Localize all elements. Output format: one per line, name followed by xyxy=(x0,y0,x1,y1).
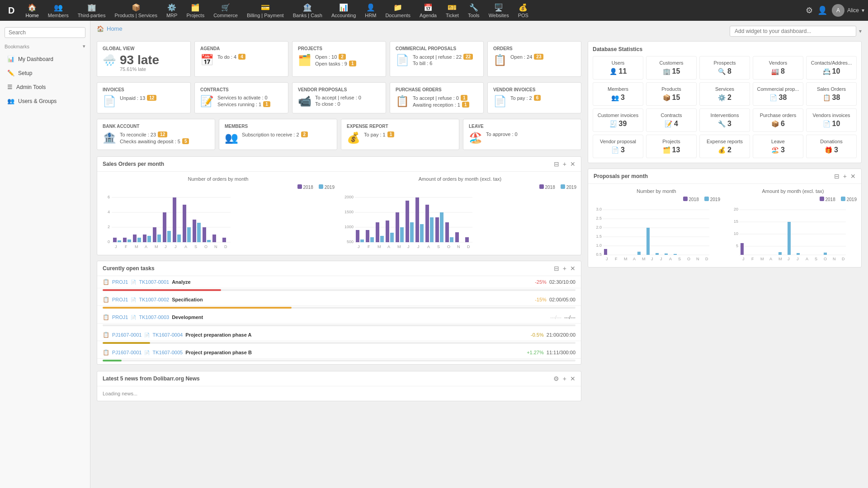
task-ticket-code[interactable]: TK1607-0005 xyxy=(152,350,183,355)
logo[interactable]: D xyxy=(4,5,19,16)
card-commercial-proposals[interactable]: COMMERCIAL PROPOSALS 📄 To accept | refus… xyxy=(390,41,484,77)
task-proj-code[interactable]: PJ1607-0001 xyxy=(112,332,142,338)
card-members[interactable]: MEMBERS 👥 Subscription to receive : 2 2 xyxy=(219,119,337,150)
nav-item-agenda[interactable]: 📅Agenda xyxy=(415,1,441,20)
sidebar-item-my-dashboard[interactable]: 📊My Dashboard xyxy=(0,52,90,66)
nav-item-mrp[interactable]: ⚙️MRP xyxy=(162,1,182,20)
nav-item-billing---payment[interactable]: 💳Billing | Payment xyxy=(242,1,288,20)
news-close-icon[interactable]: ✕ xyxy=(570,375,576,382)
stat-cell-products[interactable]: Products 📦 15 xyxy=(646,82,697,106)
nav-item-banks---cash[interactable]: 🏦Banks | Cash xyxy=(288,1,327,20)
task-proj-code[interactable]: PJ1607-0001 xyxy=(112,350,142,355)
stat-cell-users[interactable]: Users 👤 11 xyxy=(593,56,643,80)
nav-item-projects[interactable]: 🗂️Projects xyxy=(182,1,209,20)
stat-cell-prospects[interactable]: Prospects 🔍 8 xyxy=(699,56,750,80)
nav-item-ticket[interactable]: 🎫Ticket xyxy=(441,1,463,20)
nav-item-commerce[interactable]: 🛒Commerce xyxy=(209,1,242,20)
task-ticket-code[interactable]: TK1007-0003 xyxy=(139,314,169,320)
task-proj-code[interactable]: PROJ1 xyxy=(112,279,128,285)
user-dropdown-icon[interactable]: ▾ xyxy=(862,7,864,14)
card-contracts[interactable]: CONTRACTS 📝 Services to activate : 0Serv… xyxy=(194,82,288,113)
card-purchase-orders[interactable]: PURCHASE ORDERS 📋 To accept | refuse : 0… xyxy=(390,82,484,113)
stat-cell-services[interactable]: Services ⚙️ 2 xyxy=(699,82,750,106)
stat-cell-interventions[interactable]: Interventions 🔧 3 xyxy=(699,108,750,132)
stat-cell-vendor-proposal[interactable]: Vendor proposal 📄 3 xyxy=(593,135,643,158)
stat-cell-commercial-prop---[interactable]: Commercial prop... 📄 38 xyxy=(753,82,803,106)
nav-item-members[interactable]: 👥Members xyxy=(43,1,73,20)
task-name[interactable]: Analyze xyxy=(172,279,191,285)
nav-item-products---services[interactable]: 📦Products | Services xyxy=(110,1,162,20)
card-expense-report[interactable]: EXPENSE REPORT 💰 To pay : 1 1 xyxy=(341,119,459,150)
stat-cell-contacts-addres---[interactable]: Contacts/Addres... 📇 10 xyxy=(806,56,857,80)
card-vendor-proposals[interactable]: VENDOR PROPOSALS 📹 To accept | refuse : … xyxy=(292,82,386,113)
card-agenda[interactable]: AGENDA 📅 To do : 4 4 xyxy=(194,41,288,77)
svg-text:S: S xyxy=(678,257,681,261)
sidebar-item-admin-tools[interactable]: ☰Admin Tools xyxy=(0,80,90,94)
proposals-close-icon[interactable]: ✕ xyxy=(850,173,856,180)
stat-cell-purchase-orders[interactable]: Purchase orders 📦 6 xyxy=(753,108,803,132)
stat-cell-members[interactable]: Members 👥 3 xyxy=(593,82,643,106)
bookmarks-section[interactable]: Bookmarks ▾ xyxy=(0,41,90,52)
widget-search-input[interactable] xyxy=(730,26,856,37)
stat-cell-expense-reports[interactable]: Expense reports 💰 2 xyxy=(699,135,750,158)
stat-cell-sales-orders[interactable]: Sales Orders 📋 38 xyxy=(806,82,857,106)
task-filter-icon[interactable]: ⊟ xyxy=(554,265,559,272)
svg-text:4: 4 xyxy=(108,210,110,214)
svg-text:A: A xyxy=(633,257,636,261)
news-config-icon[interactable]: ⚙ xyxy=(553,375,559,382)
close-chart-icon[interactable]: ✕ xyxy=(570,160,576,168)
task-ticket-code[interactable]: TK1607-0004 xyxy=(152,332,183,338)
user-menu[interactable]: A Alice ▾ xyxy=(832,4,864,17)
nav-item-documents[interactable]: 📁Documents xyxy=(381,1,415,20)
task-proj-code[interactable]: PROJ1 xyxy=(112,314,128,320)
stat-cell-customers[interactable]: Customers 🏢 15 xyxy=(646,56,697,80)
settings-icon[interactable]: ⚙ xyxy=(806,5,813,15)
news-add-icon[interactable]: + xyxy=(563,375,566,382)
card-bank-account[interactable]: BANK ACCOUNT 🏦 To reconcile : 23 12Check… xyxy=(97,119,215,150)
card-orders[interactable]: ORDERS 📋 Open : 24 23 xyxy=(487,41,581,77)
stat-cell-contracts[interactable]: Contracts 📝 4 xyxy=(646,108,697,132)
breadcrumb-home[interactable]: Home xyxy=(107,25,123,32)
nav-item-pos[interactable]: 💰POS xyxy=(514,1,533,20)
nav-item-third-parties[interactable]: 🏢Third-parties xyxy=(73,1,110,20)
sidebar-item-users---groups[interactable]: 👥Users & Groups xyxy=(0,94,90,108)
stat-cell-leave[interactable]: Leave 🏖️ 3 xyxy=(753,135,803,158)
add-chart-icon[interactable]: + xyxy=(563,160,566,168)
task-name[interactable]: Project preparation phase B xyxy=(185,350,252,355)
card-leave[interactable]: LEAVE 🏖️ To approve : 0 xyxy=(463,119,581,150)
stat-cell-vendors[interactable]: Vendors 🏭 8 xyxy=(753,56,803,80)
stat-cell-customer-invoices[interactable]: Customer invoices 🧾 39 xyxy=(593,108,643,132)
nav-item-hrm[interactable]: 👤HRM xyxy=(360,1,381,20)
task-name[interactable]: Specification xyxy=(172,297,203,302)
stat-value: 📄 10 xyxy=(808,120,854,128)
widget-dropdown-icon[interactable]: ▾ xyxy=(859,28,862,34)
proposals-add-icon[interactable]: + xyxy=(843,173,847,180)
stat-cell-vendors-invoices[interactable]: Vendors invoices 📄 10 xyxy=(806,108,857,132)
user-switch-icon[interactable]: 👤 xyxy=(817,5,827,15)
nav-item-home[interactable]: 🏠Home xyxy=(21,1,43,20)
task-proj-code[interactable]: PROJ1 xyxy=(112,297,128,302)
task-close-icon[interactable]: ✕ xyxy=(570,265,576,272)
card-global-view[interactable]: GLOBAL VIEW 🌧️ 93 late75.61% late xyxy=(97,41,191,77)
task-ticket-code[interactable]: TK1007-0002 xyxy=(139,297,169,302)
stat-cell-projects[interactable]: Projects 🗂️ 13 xyxy=(646,135,697,158)
stat-value: 💰 2 xyxy=(702,146,748,154)
stat-cell-donations[interactable]: Donations 🎁 3 xyxy=(806,135,857,158)
task-name[interactable]: Development xyxy=(172,314,203,320)
nav-item-tools[interactable]: 🔧Tools xyxy=(463,1,484,20)
search-input[interactable] xyxy=(5,27,85,38)
card-vendor-invoices[interactable]: VENDOR INVOICES 📄 To pay : 2 6 xyxy=(487,82,581,113)
task-name[interactable]: Project preparation phase A xyxy=(185,332,251,338)
proposals-filter-icon[interactable]: ⊟ xyxy=(834,173,840,180)
nav-item-websites[interactable]: 🖥️Websites xyxy=(484,1,514,20)
task-add-icon[interactable]: + xyxy=(563,265,566,272)
task-percent: ---/--- xyxy=(550,314,561,320)
svg-text:M: M xyxy=(377,244,381,249)
task-ticket-code[interactable]: TK1007-0001 xyxy=(139,279,169,285)
filter-icon[interactable]: ⊟ xyxy=(554,160,559,168)
card-invoices[interactable]: INVOICES 📄 Unpaid : 13 12 xyxy=(97,82,191,113)
sidebar-item-setup[interactable]: ✏️Setup xyxy=(0,66,90,80)
nav-item-accounting[interactable]: 📊Accounting xyxy=(327,1,360,20)
card-projects[interactable]: PROJECTS 🗂️ Open : 10 2Open tasks : 9 1 xyxy=(292,41,386,77)
tasks-panel: Curently open tasks ⊟ + ✕ 📋 PROJ1 📄 TK10… xyxy=(97,261,581,365)
